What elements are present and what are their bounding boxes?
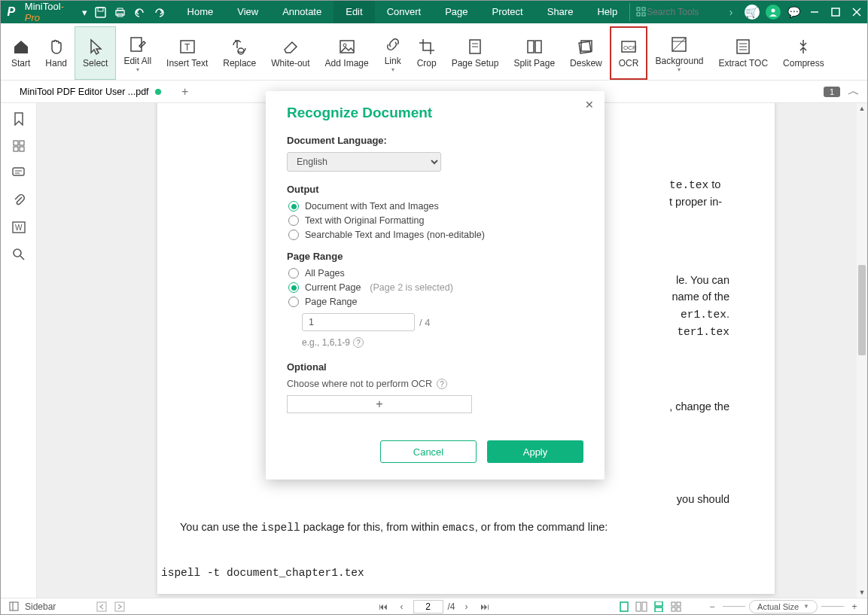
ribbon-hand[interactable]: Hand	[38, 26, 75, 80]
range-current[interactable]: Current Page(Page 2 is selected)	[288, 282, 583, 293]
scroll-down-icon[interactable]: ▼	[857, 587, 867, 598]
replace-icon	[230, 38, 248, 56]
apply-button[interactable]: Apply	[487, 440, 583, 463]
document-tab[interactable]: MiniTool PDF Editor User ...pdf	[8, 82, 172, 102]
ribbon-compress[interactable]: Compress	[775, 26, 832, 80]
nav-forward-icon[interactable]	[113, 600, 126, 613]
menu-share[interactable]: Share	[535, 1, 586, 23]
ribbon-split-page[interactable]: Split Page	[506, 26, 562, 80]
radio-icon	[288, 297, 299, 307]
search-input[interactable]	[647, 7, 714, 17]
scroll-thumb[interactable]	[858, 265, 866, 355]
zoom-out-icon[interactable]: −	[705, 600, 719, 613]
ribbon-page-setup[interactable]: Page Setup	[444, 26, 507, 80]
sidebar-toggle-icon[interactable]	[7, 600, 20, 613]
menu-protect[interactable]: Protect	[480, 1, 535, 23]
output-option-1[interactable]: Text with Original Formatting	[288, 215, 583, 226]
edit-all-icon	[129, 35, 147, 53]
cart-icon[interactable]: 🛒	[742, 1, 763, 23]
background-icon	[670, 35, 688, 53]
output-option-2[interactable]: Searchable Text and Images (non-editable…	[288, 230, 583, 240]
last-page-icon[interactable]: ⏭	[478, 600, 492, 613]
ribbon-ocr[interactable]: OCROCR	[610, 26, 648, 80]
first-page-icon[interactable]: ⏮	[376, 600, 390, 613]
comments-icon[interactable]	[11, 165, 27, 181]
dialog-title: Recognize Document	[287, 105, 583, 121]
grid-icon	[636, 7, 647, 17]
zoom-in-icon[interactable]: +	[848, 600, 861, 613]
svg-rect-36	[20, 141, 24, 145]
chevron-down-icon: ▾	[678, 69, 681, 72]
dialog-close-icon[interactable]: ✕	[585, 99, 594, 111]
zoom-select[interactable]: Actual Size▼	[749, 600, 818, 613]
add-exclusion-button[interactable]: +	[287, 395, 472, 413]
crop-icon	[418, 38, 436, 56]
svg-rect-14	[131, 38, 142, 51]
search-tools[interactable]	[629, 3, 720, 21]
range-custom[interactable]: Page Range	[288, 297, 583, 307]
scroll-up-icon[interactable]: ▲	[857, 103, 867, 114]
view-grid-icon[interactable]	[669, 600, 683, 613]
next-page-icon[interactable]: ›	[460, 600, 474, 613]
menu-convert[interactable]: Convert	[375, 1, 434, 23]
ribbon-white-out[interactable]: White-out	[263, 26, 317, 80]
ribbon-edit-all[interactable]: Edit All▾	[116, 26, 159, 80]
menu-view[interactable]: View	[225, 1, 270, 23]
user-icon[interactable]	[763, 1, 784, 23]
save-icon[interactable]	[91, 1, 111, 23]
range-all[interactable]: All Pages	[288, 268, 583, 279]
ribbon-link[interactable]: Link▾	[376, 26, 410, 80]
attachment-icon[interactable]	[11, 192, 27, 209]
ribbon-background[interactable]: Background▾	[647, 26, 711, 80]
view-double-icon[interactable]	[635, 600, 648, 613]
vertical-scrollbar[interactable]: ▲ ▼	[857, 103, 867, 598]
help-icon[interactable]: ?	[353, 337, 364, 348]
page-range-input[interactable]	[302, 313, 415, 331]
chevron-right-icon[interactable]: ›	[720, 1, 742, 23]
redo-icon[interactable]	[150, 1, 169, 23]
hand-icon	[47, 38, 65, 56]
word-icon[interactable]: W	[11, 219, 27, 236]
minimize-icon[interactable]	[805, 1, 826, 23]
print-icon[interactable]	[111, 1, 130, 23]
svg-rect-0	[96, 8, 105, 17]
menu-edit[interactable]: Edit	[333, 1, 374, 23]
search-icon[interactable]	[11, 246, 27, 263]
svg-rect-8	[642, 13, 645, 16]
ribbon-start[interactable]: Start	[4, 26, 38, 80]
svg-text:W: W	[15, 224, 23, 232]
svg-rect-56	[677, 602, 681, 606]
nav-back-icon[interactable]	[95, 600, 108, 613]
help-icon[interactable]: ?	[437, 379, 447, 389]
prev-page-icon[interactable]: ‹	[394, 600, 408, 613]
bookmark-icon[interactable]	[11, 111, 27, 127]
ribbon-select[interactable]: Select	[75, 26, 116, 80]
message-icon[interactable]: 💬	[784, 1, 805, 23]
ribbon-replace[interactable]: Replace	[215, 26, 263, 80]
ribbon-insert-text[interactable]: TInsert Text	[159, 26, 215, 80]
doc-language-select[interactable]: English	[287, 152, 441, 172]
ribbon-add-image[interactable]: Add Image	[318, 26, 376, 80]
menu-page[interactable]: Page	[433, 1, 480, 23]
undo-icon[interactable]	[130, 1, 150, 23]
new-tab-button[interactable]: +	[175, 82, 195, 102]
menu-help[interactable]: Help	[585, 1, 629, 23]
collapse-ribbon-icon[interactable]: ︿	[845, 83, 863, 101]
ribbon-deskew[interactable]: Deskew	[562, 26, 610, 80]
view-continuous-icon[interactable]	[652, 600, 665, 613]
app-name: MiniTool-Pro	[22, 1, 78, 23]
chevron-down-icon: ▾	[391, 69, 394, 72]
svg-rect-57	[672, 607, 675, 611]
cancel-button[interactable]: Cancel	[380, 440, 477, 463]
ribbon-crop[interactable]: Crop	[410, 26, 444, 80]
thumbnails-icon[interactable]	[11, 138, 27, 154]
menu-home[interactable]: Home	[175, 1, 226, 23]
ribbon-extract-toc[interactable]: Extract TOC	[711, 26, 776, 80]
menu-annotate[interactable]: Annotate	[270, 1, 333, 23]
close-icon[interactable]	[846, 1, 867, 23]
output-option-0[interactable]: Document with Text and Images	[288, 201, 583, 212]
page-input[interactable]	[413, 600, 443, 613]
view-single-icon[interactable]	[617, 600, 631, 613]
maximize-icon[interactable]	[825, 1, 846, 23]
titlebar-dropdown[interactable]: ▾	[78, 1, 91, 23]
